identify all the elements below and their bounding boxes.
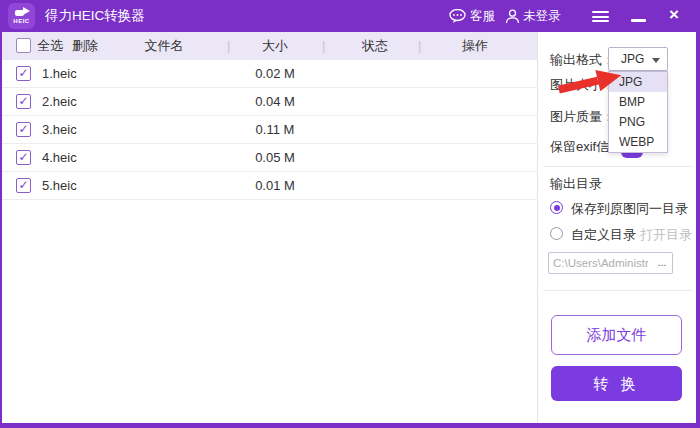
row-checkbox[interactable]: ✓ [16,66,31,81]
file-size: 0.04 M [225,88,325,116]
file-name: 1.heic [42,60,77,88]
row-checkbox[interactable]: ✓ [16,150,31,165]
table-row[interactable]: ✓ 2.heic 0.04 M [2,88,537,116]
dropdown-option-png[interactable]: PNG [609,112,667,132]
file-name: 2.heic [42,88,77,116]
custom-directory-label[interactable]: 自定义目录 [571,226,636,244]
file-size: 0.01 M [225,172,325,200]
row-checkbox[interactable]: ✓ [16,178,31,193]
output-format-label: 输出格式： [550,51,615,69]
table-row[interactable]: ✓ 5.heic 0.01 M [2,172,537,200]
app-title: 得力HEIC转换器 [45,0,145,32]
column-separator: | [418,32,421,60]
radio-custom-directory[interactable] [550,227,563,240]
select-all-label[interactable]: 全选 [37,32,63,60]
file-name: 5.heic [42,172,77,200]
output-path-input[interactable] [548,252,653,274]
logo-label: HEIC [13,18,29,25]
file-size: 0.02 M [225,60,325,88]
titlebar: HEIC 得力HEIC转换器 客服 未登录 × [0,0,700,32]
select-all-checkbox[interactable] [16,38,31,53]
close-button[interactable]: × [663,0,685,32]
dropdown-option-bmp[interactable]: BMP [609,92,667,112]
chevron-down-icon [652,58,660,63]
file-name: 4.heic [42,144,77,172]
convert-button[interactable]: 转 换 [551,366,682,401]
row-checkbox[interactable]: ✓ [16,122,31,137]
dropdown-option-jpg[interactable]: JPG [609,72,667,92]
window-border [0,423,700,428]
row-checkbox[interactable]: ✓ [16,94,31,109]
table-row[interactable]: ✓ 3.heic 0.11 M [2,116,537,144]
table-row[interactable]: ✓ 1.heic 0.02 M [2,60,537,88]
customer-service-button[interactable]: 客服 [470,0,495,32]
divider [543,290,693,291]
column-operation: 操作 [425,32,525,60]
image-quality-label: 图片质量： [550,108,615,126]
column-status: 状态 [325,32,425,60]
format-select[interactable]: JPG [608,47,668,71]
divider [543,166,693,167]
browse-button[interactable]: ... [652,252,673,274]
format-selected-value: JPG [621,52,644,66]
file-name: 3.heic [42,116,77,144]
file-table-header: 全选 删除 文件名 | 大小 | 状态 | 操作 [2,32,537,60]
table-row[interactable]: ✓ 4.heic 0.05 M [2,144,537,172]
format-dropdown-list: JPG BMP PNG WEBP [608,71,668,153]
minimize-button[interactable] [631,19,646,22]
app-window: HEIC 得力HEIC转换器 客服 未登录 × 全选 删除 文件名 | 大小 |… [0,0,700,428]
column-size: 大小 [225,32,325,60]
dropdown-option-webp[interactable]: WEBP [609,132,667,152]
open-directory-link[interactable]: 打开目录 [640,226,692,244]
radio-same-directory[interactable] [550,201,563,214]
output-directory-title: 输出目录 [550,175,602,193]
file-size: 0.11 M [225,116,325,144]
image-size-label: 图片大小： [550,76,615,94]
window-border [0,32,2,428]
app-logo: HEIC [8,3,35,29]
chat-bubble-icon[interactable] [449,9,466,23]
menu-icon[interactable] [592,11,609,22]
delete-button[interactable]: 删除 [72,32,98,60]
same-directory-label[interactable]: 保存到原图同一目录 [571,200,688,218]
login-status-button[interactable]: 未登录 [523,0,561,32]
convert-arrow-icon [14,7,30,18]
column-filename: 文件名 [114,32,214,60]
file-size: 0.05 M [225,144,325,172]
user-icon[interactable] [505,9,520,24]
window-border [696,32,700,428]
file-list: ✓ 1.heic 0.02 M ✓ 2.heic 0.04 M ✓ 3.heic… [2,60,537,200]
add-files-button[interactable]: 添加文件 [551,315,682,355]
